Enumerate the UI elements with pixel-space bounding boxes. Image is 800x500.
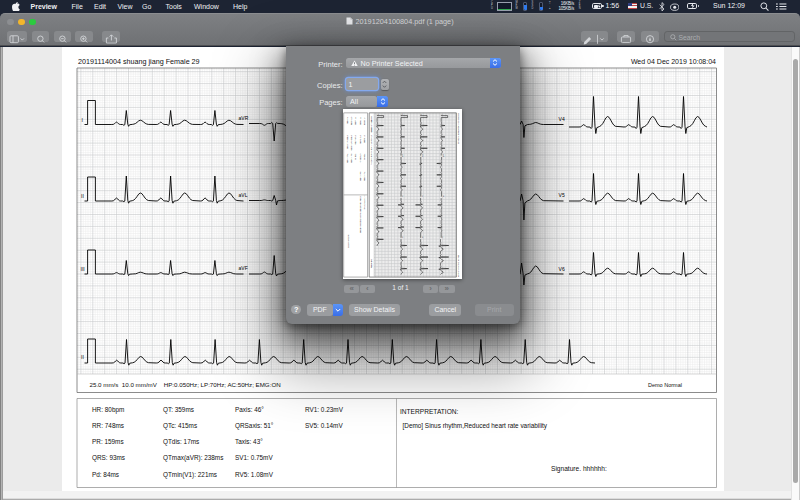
svg-text:Taxis: 43°: Taxis: 43° [235,438,263,445]
svg-text:aVR: aVR [239,115,249,121]
svg-text:Signature. hhhhhh:: Signature. hhhhhh: [551,465,607,473]
svg-text:QTmin(V1): 221ms: QTmin(V1): 221ms [163,471,217,479]
svg-text:V5: V5 [559,192,565,198]
svg-text:PR: 159ms: PR: 159ms [92,438,124,445]
svg-text:Demo Normal: Demo Normal [648,382,682,388]
svg-text:aVL: aVL [239,192,248,198]
svg-text:SV5: 0.14mV: SV5: 0.14mV [305,422,343,429]
svg-text:[Demo] Sinus rhythm,Reduced he: [Demo] Sinus rhythm,Reduced heart rate v… [403,422,548,430]
svg-text:Paxis: 46°: Paxis: 46° [235,406,264,413]
svg-text:QT: 359ms: QT: 359ms [163,406,194,414]
svg-text:II: II [81,354,84,360]
svg-text:RV5: 1.08mV: RV5: 1.08mV [235,471,274,478]
svg-text:20191114004 shuang jiang Femal: 20191114004 shuang jiang Female 29 [78,57,200,66]
svg-text:QRS: 93ms: QRS: 93ms [92,454,125,462]
svg-text:III: III [81,266,85,272]
svg-text:V4: V4 [559,116,565,122]
svg-text:QTc: 415ms: QTc: 415ms [163,422,197,430]
svg-text:RV1: 0.23mV: RV1: 0.23mV [305,406,344,413]
svg-text:II: II [81,193,84,199]
svg-text:SV1: 0.75mV: SV1: 0.75mV [235,454,273,461]
svg-text:aVF: aVF [239,265,248,271]
svg-text:V6: V6 [559,266,565,272]
svg-text:QRSaxis: 51°: QRSaxis: 51° [235,422,274,430]
svg-text:RR: 748ms: RR: 748ms [92,422,124,429]
svg-text:HR: 80bpm: HR: 80bpm [92,406,124,414]
svg-text:25.0 mm/s 10.0 mm/mV HP:0.: 25.0 mm/s 10.0 mm/mV HP:0.050Hz; LP:70Hz… [90,381,281,388]
svg-text:I: I [82,117,83,123]
svg-text:Pd: 84ms: Pd: 84ms [92,471,119,478]
svg-text:INTERPRETATION:: INTERPRETATION: [400,408,459,415]
svg-text:QTmax(aVR): 238ms: QTmax(aVR): 238ms [163,454,223,462]
svg-text:Wed 04 Dec 2019 10:08:04: Wed 04 Dec 2019 10:08:04 [631,58,716,65]
svg-text:QTdis: 17ms: QTdis: 17ms [163,438,199,446]
